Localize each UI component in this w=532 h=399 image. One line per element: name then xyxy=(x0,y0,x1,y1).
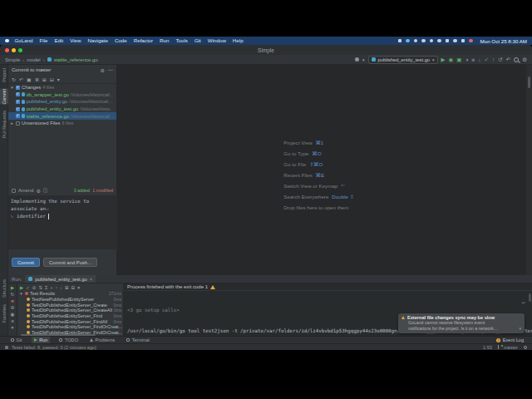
test-row[interactable]: TestDbPublishedEntityServer_Find 0ms xyxy=(17,313,123,319)
notification-balloon[interactable]: External file changes sync may be slow G… xyxy=(398,313,525,333)
run-configuration-select[interactable]: published_entity_test.go ▾ xyxy=(368,56,438,64)
test-results-root-row[interactable]: ▾ Test Results 271ms xyxy=(17,291,123,297)
menu-item[interactable]: Run xyxy=(160,37,169,45)
changes-group-row[interactable]: ▾ Changes 4 files xyxy=(8,84,116,91)
battery-icon[interactable] xyxy=(446,39,450,43)
show-ignored-icon[interactable]: ⊘ xyxy=(32,285,37,290)
history-icon[interactable]: ▾ xyxy=(77,285,80,290)
commit-button[interactable]: Commit xyxy=(12,258,40,267)
statistics-icon[interactable]: Σ xyxy=(45,285,47,290)
commit-message-gear-icon[interactable]: ⚙ xyxy=(36,188,40,194)
tab-todo[interactable]: TODO xyxy=(57,337,81,343)
file-checkbox[interactable] xyxy=(16,107,20,111)
test-row[interactable]: TestDbPublishedEntityServer_Create 0ms xyxy=(17,302,123,308)
changed-file-row[interactable]: stable_reference.go /Volumes/Historical/… xyxy=(8,112,116,120)
stripe-commit[interactable]: Commit xyxy=(0,89,8,105)
show-passed-icon[interactable]: ✓ xyxy=(26,285,30,290)
stop-icon[interactable]: ■ xyxy=(471,57,475,63)
editor-scrollbar[interactable] xyxy=(526,65,532,275)
test-summary-text[interactable]: Tests failed: 8, passed: 0 (2 minutes ag… xyxy=(12,345,96,350)
editor-area[interactable]: Project View ⌘1 Go to Type ⌘O Go to File… xyxy=(117,65,526,275)
stripe-pull-requests[interactable]: Pull Requests xyxy=(0,111,8,138)
info-icon[interactable]: ⓘ xyxy=(43,188,48,194)
chevron-right-icon[interactable]: ▸ xyxy=(10,121,14,126)
changed-file-row[interactable]: published_entity.go /Volumes/Historical/… xyxy=(8,98,116,106)
quick-access-icon[interactable] xyxy=(5,346,8,349)
unversioned-checkbox[interactable] xyxy=(16,121,20,126)
commit-message-editor[interactable]: Implementing the service to associate an… xyxy=(8,195,117,249)
chevron-down-icon[interactable]: ▾ xyxy=(10,85,14,90)
spotlight-icon[interactable] xyxy=(453,39,457,43)
file-checkbox[interactable] xyxy=(16,92,20,96)
test-row[interactable]: TestDbPublishedEntityServer_FindAll 0ms xyxy=(17,318,123,324)
changed-file-row[interactable]: db_wrapper_test.go /Volumes/Historical/T… xyxy=(8,91,116,99)
hide-panel-icon[interactable]: — xyxy=(108,67,113,73)
amend-checkbox[interactable] xyxy=(12,189,16,193)
wifi-icon[interactable] xyxy=(437,39,441,43)
editor-scrollbar-thumb[interactable] xyxy=(528,76,530,88)
menu-item[interactable]: File xyxy=(40,37,48,45)
siri-icon[interactable] xyxy=(406,39,410,43)
git-branch-name[interactable]: master xyxy=(504,345,518,350)
notifications-icon[interactable] xyxy=(524,346,527,349)
console-scrollbar-thumb[interactable] xyxy=(529,293,531,302)
tab-terminal[interactable]: Terminal xyxy=(124,337,152,343)
pin-icon[interactable]: ◉ xyxy=(11,312,15,317)
menu-item[interactable]: GoLand xyxy=(15,37,33,45)
menu-item[interactable]: Code xyxy=(115,37,127,45)
run-icon[interactable]: ▶ xyxy=(441,57,446,63)
expand-icon[interactable]: ⊞ xyxy=(65,285,69,290)
menu-item[interactable]: Help xyxy=(233,37,244,45)
collapse-all-icon[interactable]: ⊟ xyxy=(50,76,54,82)
commit-icon[interactable]: ✓ xyxy=(485,57,489,63)
search-everywhere-icon[interactable] xyxy=(514,57,519,62)
rerun-icon[interactable]: ▶ xyxy=(11,285,14,290)
menu-clock[interactable]: Mon Oct 25 8:30 AM xyxy=(480,38,527,44)
breadcrumb-package[interactable]: model xyxy=(27,57,40,62)
coverage-icon[interactable]: ▣ xyxy=(456,57,461,63)
profiler-icon[interactable]: ◑ xyxy=(465,57,468,63)
menu-item[interactable]: Tools xyxy=(175,37,187,45)
test-row[interactable]: TestNewPublishedEntityServer 0ms xyxy=(17,297,123,303)
user-avatar-icon[interactable] xyxy=(355,57,359,62)
stripe-structure[interactable]: Structure xyxy=(0,279,8,298)
rerun-tests-icon[interactable]: ▶ xyxy=(20,285,23,290)
event-log-button[interactable]: 1 Event Log xyxy=(496,337,524,342)
moon-icon[interactable] xyxy=(430,39,434,43)
group-by-icon[interactable]: ≣ xyxy=(35,76,39,82)
menu-item[interactable]: Edit xyxy=(55,37,64,45)
refresh-icon[interactable]: ↻ xyxy=(12,76,16,82)
changes-checkbox[interactable] xyxy=(16,86,20,90)
next-failed-icon[interactable]: ↓ xyxy=(60,285,62,290)
cursor-icon[interactable] xyxy=(398,39,402,43)
options-icon[interactable]: ≡ xyxy=(11,318,13,323)
menu-item[interactable]: Window xyxy=(208,37,226,45)
run-tab[interactable]: published_entity_test.go × xyxy=(25,275,96,283)
folded-output[interactable]: <3 go setup calls> xyxy=(127,307,532,313)
rollback-icon[interactable]: ↶ xyxy=(19,76,23,82)
file-checkbox[interactable] xyxy=(16,114,20,118)
chevron-down-icon[interactable]: ▾ xyxy=(19,291,23,296)
stripe-project[interactable]: Project xyxy=(0,68,8,82)
phone-icon[interactable] xyxy=(414,39,418,43)
control-center-icon[interactable] xyxy=(461,39,466,43)
test-row[interactable]: TestDbPublishedEntityServer_FindOrCreat.… xyxy=(17,324,123,330)
debug-icon[interactable]: ◉ xyxy=(449,57,454,63)
expand-all-icon[interactable]: ⊞ xyxy=(42,76,47,82)
caret-position[interactable]: 1:53 xyxy=(483,345,492,350)
menu-item[interactable]: View xyxy=(70,37,81,45)
push-icon[interactable]: ↑ xyxy=(492,57,495,63)
record-icon[interactable] xyxy=(469,39,473,43)
stripe-favorites[interactable]: Favorites xyxy=(0,304,8,323)
commit-options-gear-icon[interactable]: ⚙ xyxy=(101,67,105,73)
breadcrumb-file[interactable]: stable_reference.go xyxy=(54,57,98,62)
tab-git[interactable]: Git xyxy=(8,337,25,343)
unversioned-group-row[interactable]: ▸ Unversioned Files 6 files xyxy=(8,120,116,127)
collapse-icon[interactable]: ⊟ xyxy=(71,285,76,290)
menu-item[interactable]: Refactor xyxy=(134,37,153,45)
update-project-icon[interactable]: ↓ xyxy=(478,57,480,63)
tab-problems[interactable]: Problems xyxy=(87,337,117,343)
file-checkbox[interactable] xyxy=(16,100,20,104)
stop-icon[interactable]: ■ xyxy=(11,298,13,303)
menu-item[interactable]: Git xyxy=(195,37,201,45)
